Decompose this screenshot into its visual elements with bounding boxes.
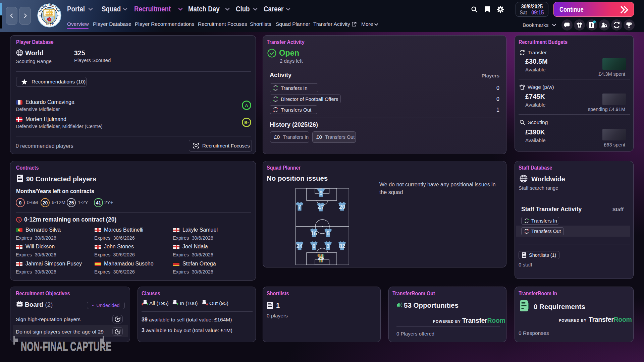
svg-text:20: 20	[339, 204, 345, 210]
svg-text:25: 25	[319, 256, 323, 261]
svg-text:9: 9	[319, 190, 322, 196]
svg-text:5: 5	[327, 230, 330, 236]
svg-text:82: 82	[339, 243, 345, 249]
svg-text:16: 16	[311, 230, 317, 236]
svg-text:94: 94	[57, 15, 60, 17]
svg-text:6: 6	[312, 243, 315, 249]
svg-text:47: 47	[318, 204, 324, 210]
svg-text:7: 7	[298, 204, 301, 210]
svg-text:24: 24	[297, 243, 303, 249]
svg-text:18: 18	[39, 15, 41, 17]
svg-text:3: 3	[326, 243, 329, 249]
